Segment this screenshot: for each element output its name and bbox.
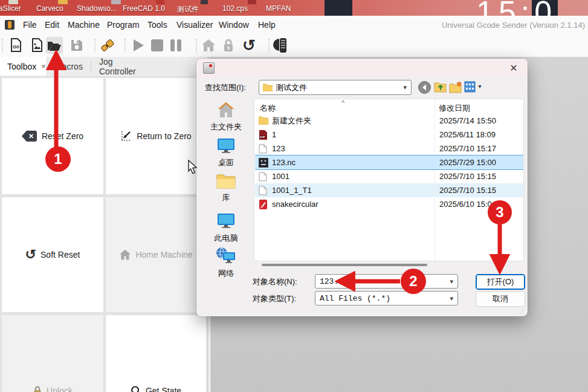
toolbar-grip[interactable] <box>94 39 97 52</box>
place-this-pc[interactable]: 此电脑 <box>201 213 251 244</box>
plain-file-icon <box>259 172 268 181</box>
new-gcode-file-button[interactable]: G0 <box>7 37 24 54</box>
open-folder-icon <box>47 39 62 51</box>
open-visualizer-file-button[interactable] <box>28 37 45 54</box>
horizontal-scrollbar[interactable] <box>262 264 427 266</box>
file-row[interactable]: snakecircular 2025/6/10 15:04 <box>255 197 523 211</box>
file-name: 123 <box>272 144 285 153</box>
get-state-button[interactable]: Get State <box>105 315 207 392</box>
stop-icon <box>150 39 164 52</box>
desktop-icon-label[interactable]: MPFAN <box>266 4 291 13</box>
column-header-name[interactable]: 名称 <box>260 103 276 114</box>
desktop-icon-label[interactable]: Carveco <box>36 4 63 13</box>
desktop-icon-label[interactable]: Shadowso... <box>77 4 117 13</box>
up-one-level-button[interactable] <box>434 81 447 94</box>
return-to-zero-button[interactable]: Return to Zero <box>105 77 207 195</box>
mouse-cursor <box>187 160 199 175</box>
menu-edit[interactable]: Edit <box>45 20 59 30</box>
resize-grip[interactable]: ⋰ <box>519 309 524 313</box>
home-button[interactable] <box>200 37 217 54</box>
menu-program[interactable]: Program <box>107 20 140 30</box>
file-name-value: 123.nc <box>320 277 348 286</box>
stop-button[interactable] <box>149 37 166 54</box>
file-row[interactable]: DXF 1 2025/6/11 18:09 <box>255 128 523 142</box>
menu-window[interactable]: Window <box>219 20 249 30</box>
library-place-icon <box>216 173 236 189</box>
file-date: 2025/6/11 18:09 <box>439 130 496 139</box>
column-header-date[interactable]: 修改日期 <box>439 103 470 114</box>
unlock-button-panel[interactable]: Unlock <box>1 315 104 392</box>
folder-icon <box>259 116 268 126</box>
chevron-down-icon[interactable]: ▾ <box>450 295 453 302</box>
menu-machine[interactable]: Machine <box>68 20 100 30</box>
soft-reset-button[interactable]: ↺ <box>241 37 257 54</box>
file-row[interactable]: 新建文件夹 2025/7/14 15:50 <box>255 114 523 128</box>
tab-toolbox[interactable]: Toolbox × <box>0 57 47 76</box>
place-home[interactable]: 主文件夹 <box>201 102 251 132</box>
lock-icon <box>222 38 234 53</box>
return-to-zero-icon <box>120 130 132 142</box>
home-machine-button-panel[interactable]: Home Machine <box>105 197 207 313</box>
reset-zero-icon: ✕ <box>22 131 37 142</box>
toolbox-panel: ✕ Reset Zero Return to Zero ↺ Soft Reset… <box>0 76 207 392</box>
open-button[interactable]: 打开(O) <box>476 274 525 290</box>
connect-button[interactable] <box>99 37 116 54</box>
place-library[interactable]: 库 <box>201 173 251 203</box>
desktop-icon-label[interactable]: FreeCAD 1.0 <box>123 4 165 13</box>
toolbar-grip[interactable] <box>196 39 199 52</box>
home-machine-label: Home Machine <box>135 250 192 260</box>
menu-tools[interactable]: Tools <box>147 20 167 30</box>
nc-file-icon <box>259 158 268 168</box>
chevron-down-icon[interactable]: ▾ <box>450 278 453 286</box>
pause-button[interactable] <box>167 37 184 54</box>
home-icon <box>201 39 216 52</box>
file-row[interactable]: 1001 2025/7/10 15:15 <box>255 169 523 183</box>
desktop-place-icon <box>216 138 236 154</box>
home-machine-icon <box>119 249 131 260</box>
toolbar-grip[interactable] <box>268 39 271 52</box>
file-row[interactable]: 1001_1_T1 2025/7/10 15:15 <box>255 183 523 197</box>
unlock-button[interactable] <box>220 37 237 54</box>
file-name: 新建文件夹 <box>272 116 311 126</box>
look-in-combo[interactable]: 测试文件 ▾ <box>259 80 412 95</box>
pendant-button[interactable] <box>272 37 289 54</box>
chevron-down-icon[interactable]: ▾ <box>403 83 407 91</box>
tab-jog-controller[interactable]: Jog Controller <box>92 57 158 76</box>
file-name-field[interactable]: 123.nc ▾ <box>315 274 458 289</box>
cancel-button[interactable]: 取消 <box>476 291 525 307</box>
tab-jog-label: Jog Controller <box>99 57 151 76</box>
menu-visualizer[interactable]: Visualizer <box>176 20 213 30</box>
toolbar-grip[interactable] <box>124 39 128 52</box>
file-type-field[interactable]: All Files (*.*) ▾ <box>315 291 458 305</box>
desktop-clock-partial: 15:0 <box>476 0 588 16</box>
open-file-button[interactable] <box>46 37 63 54</box>
sort-caret-icon[interactable]: ^ <box>341 99 344 106</box>
menu-file[interactable]: File <box>23 20 37 30</box>
desktop-icon-label[interactable]: 102.cps <box>222 4 248 13</box>
tab-macros[interactable]: Macros <box>48 57 90 76</box>
dialog-close-button[interactable]: ✕ <box>507 61 520 74</box>
dialog-title-bar[interactable]: ✕ <box>196 59 528 77</box>
play-button[interactable] <box>130 37 147 54</box>
desktop-icon-label[interactable]: aSlicer <box>0 4 21 13</box>
back-button[interactable] <box>418 81 431 94</box>
tab-close-icon[interactable]: × <box>41 62 46 71</box>
image-file-icon <box>31 38 43 53</box>
desktop-icon-label[interactable]: 测试件 <box>177 4 199 15</box>
view-menu-button[interactable]: ▾ <box>464 81 482 94</box>
toolbar-grip[interactable] <box>2 39 5 52</box>
ugs-logo-icon <box>5 20 15 30</box>
svg-text:✕: ✕ <box>28 132 34 140</box>
place-network[interactable]: 网络 <box>201 247 251 279</box>
home-place-icon <box>217 102 235 118</box>
reset-zero-button[interactable]: ✕ Reset Zero <box>1 77 104 195</box>
get-state-icon <box>131 385 141 392</box>
file-row-selected[interactable]: 123.nc 2025/7/29 15:00 <box>255 155 523 170</box>
soft-reset-button-panel[interactable]: ↺ Soft Reset <box>1 197 104 313</box>
file-row[interactable]: 123 2025/7/10 15:17 <box>255 142 523 155</box>
save-file-button[interactable] <box>68 37 85 54</box>
new-folder-button[interactable]: ✱ <box>449 81 462 94</box>
file-name-label: 对象名称(N): <box>253 276 297 287</box>
place-desktop[interactable]: 桌面 <box>201 138 251 168</box>
menu-help[interactable]: Help <box>258 20 276 30</box>
